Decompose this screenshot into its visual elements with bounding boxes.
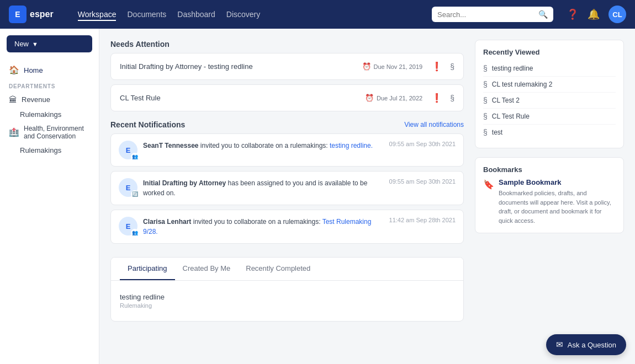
clock-icon-0: ⏰ [362,62,371,71]
rv-label-1: CL test rulemaking 2 [492,81,553,88]
rv-label-2: CL Test 2 [492,97,520,104]
ask-question-button[interactable]: ✉ Ask a Question [546,334,626,355]
bookmarks-card: Bookmarks 🔖 Sample Bookmark Bookmarked p… [475,157,624,233]
recently-viewed-card: Recently Viewed § testing redline § CL t… [475,40,624,148]
tab-recently-completed[interactable]: Recently Completed [238,258,318,280]
notifications-title: Recent Notifications [110,120,185,129]
attention-item-1-title: CL Test Rule [120,94,359,102]
body-layout: New ▼ 🏠 Home DEPARTMENTS 🏛 Revenue Rulem… [0,29,635,364]
bookmarks-title: Bookmarks [483,165,616,174]
rv-item-0[interactable]: § testing redline [483,61,616,77]
notif-time-1: 09:55 am Sep 30th 2021 [389,178,456,185]
rv-item-1[interactable]: § CL test rulemaking 2 [483,77,616,93]
notif-text-0: SeanT Tennessee invited you to collabora… [143,141,373,151]
notif-item-2: E 👥 Clarisa Lenhart invited you to colla… [110,210,464,244]
logo: E esper [9,6,54,23]
main-nav: Workspace Documents Dashboard Discovery [78,8,261,21]
warning-icon-1: ❗ [431,93,442,103]
tab-item-0: testing redline Rulemaking [120,287,454,314]
notif-sender-0: SeanT Tennessee [143,142,199,149]
help-icon[interactable]: ❓ [567,8,579,20]
recent-notifications-section: Recent Notifications View all notificati… [110,120,464,248]
ask-icon: ✉ [556,340,563,350]
rv-label-4: test [492,129,502,136]
rv-item-3[interactable]: § CL Test Rule [483,109,616,125]
sidebar-sub-revenue-rulemakings[interactable]: Rulemakings [0,108,99,121]
notification-icon[interactable]: 🔔 [588,8,600,20]
new-button[interactable]: New ▼ [7,35,92,52]
notif-sender-2: Clarisa Lenhart [143,218,191,226]
revenue-icon: 🏛 [9,95,17,104]
due-badge-1: ⏰ Due Jul 21, 2022 [365,94,422,102]
notif-body-2: Clarisa Lenhart invited you to collabora… [143,217,456,237]
section-icon-0[interactable]: § [450,62,454,71]
search-icon[interactable]: 🔍 [538,10,548,19]
notif-row-1: Initial Drafting by Attorney has been as… [143,178,456,198]
recently-viewed-title: Recently Viewed [483,48,616,56]
tabs-section: Participating Created By Me Recently Com… [110,257,464,322]
due-badge-0: ⏰ Due Nov 21, 2019 [362,62,423,71]
notif-middle-0: invited you to collaborate on a rulemaki… [199,142,330,149]
sidebar: New ▼ 🏠 Home DEPARTMENTS 🏛 Revenue Rulem… [0,29,99,364]
health-icon: 🏥 [9,127,19,137]
notif-item-0: E 👥 SeanT Tennessee invited you to colla… [110,133,464,167]
nav-documents[interactable]: Documents [127,8,166,21]
notif-avatar-0: E 👥 [119,141,137,159]
notif-badge-1: 🔄 [131,190,139,198]
notif-middle-2: invited you to collaborate on a rulemaki… [191,218,322,226]
sidebar-dept-health[interactable]: 🏥 Health, Environment and Conservation [0,121,99,143]
bookmark-sample-title: Sample Bookmark [499,178,616,186]
sidebar-dept-revenue[interactable]: 🏛 Revenue [0,92,99,108]
rv-label-3: CL Test Rule [492,113,530,120]
rv-item-4[interactable]: § test [483,125,616,140]
avatar[interactable]: CL [608,6,626,23]
header: E esper Workspace Documents Dashboard Di… [0,0,635,29]
sidebar-sub-health-rulemakings[interactable]: Rulemakings [0,143,99,157]
tab-content: testing redline Rulemaking [111,281,463,321]
main-left: Needs Attention Initial Drafting by Atto… [110,40,464,353]
attention-item-0-title: Initial Drafting by Attorney - testing r… [120,62,357,71]
notif-text-1: Initial Drafting by Attorney has been as… [143,178,385,198]
warning-icon-0: ❗ [431,61,442,72]
needs-attention-section: Needs Attention Initial Drafting by Atto… [110,40,464,111]
section-icon-1[interactable]: § [450,94,454,103]
logo-icon: E [9,6,27,23]
notif-link-0[interactable]: testing redline. [330,142,373,149]
notif-item-1: E 🔄 Initial Drafting by Attorney has bee… [110,171,464,205]
view-all-notifications[interactable]: View all notifications [404,121,464,129]
section-mark-1: § [483,80,488,89]
attention-item-0: Initial Drafting by Attorney - testing r… [110,53,464,80]
needs-attention-title: Needs Attention [110,40,464,49]
rv-item-2[interactable]: § CL Test 2 [483,93,616,109]
notif-badge-2: 👥 [131,229,139,237]
tabs-header: Participating Created By Me Recently Com… [111,258,463,281]
tab-participating[interactable]: Participating [120,258,175,280]
attention-item-1: CL Test Rule ⏰ Due Jul 21, 2022 ❗ § [110,84,464,111]
notif-sender-1: Initial Drafting by Attorney [143,179,226,187]
bookmark-content: Sample Bookmark Bookmarked policies, dra… [499,178,616,225]
section-mark-4: § [483,128,488,137]
bookmark-icon: 🔖 [483,179,494,190]
sidebar-item-home[interactable]: 🏠 Home [0,61,99,79]
main-content: Needs Attention Initial Drafting by Atto… [99,29,635,364]
notif-body-1: Initial Drafting by Attorney has been as… [143,178,456,198]
nav-workspace[interactable]: Workspace [78,8,117,21]
search-bar: 🔍 [432,7,553,22]
notif-avatar-1: E 🔄 [119,178,137,197]
home-icon: 🏠 [9,65,19,75]
notif-time-0: 09:55 am Sep 30th 2021 [389,141,456,147]
notif-text-2: Clarisa Lenhart invited you to collabora… [143,217,385,237]
notif-header: Recent Notifications View all notificati… [110,120,464,129]
notif-row-0: SeanT Tennessee invited you to collabora… [143,141,456,151]
bookmark-sample-desc: Bookmarked policies, drafts, and documen… [499,189,616,225]
tab-created-by-me[interactable]: Created By Me [175,258,239,280]
tab-item-title-0: testing redline [120,293,454,301]
nav-discovery[interactable]: Discovery [226,8,260,21]
nav-dashboard[interactable]: Dashboard [177,8,215,21]
header-icons: ❓ 🔔 CL [567,6,626,23]
search-input[interactable] [437,10,535,19]
notif-row-2: Clarisa Lenhart invited you to collabora… [143,217,456,237]
section-mark-0: § [483,64,488,73]
departments-header: DEPARTMENTS [0,79,99,92]
ask-button-label: Ask a Question [568,341,616,349]
